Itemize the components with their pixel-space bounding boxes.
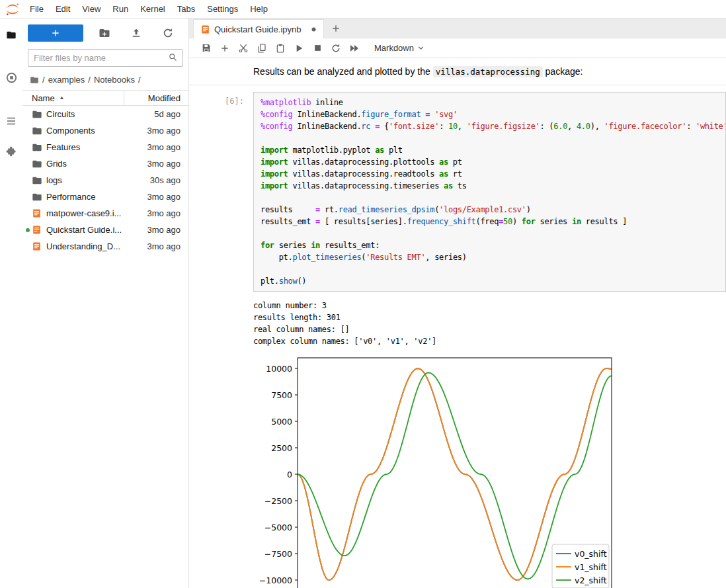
file-row[interactable]: Performance3mo ago: [22, 189, 188, 205]
svg-text:v0_shift: v0_shift: [575, 549, 607, 559]
insert-cell-button[interactable]: [216, 40, 234, 57]
menu-settings[interactable]: Settings: [201, 0, 244, 18]
file-row[interactable]: Components3mo ago: [22, 122, 188, 139]
save-button[interactable]: [197, 40, 216, 57]
file-name: logs: [46, 175, 132, 185]
refresh-icon: [162, 27, 174, 39]
menu-help[interactable]: Help: [244, 0, 274, 18]
sidebar-file-browser[interactable]: [0, 25, 22, 45]
cell-type-value: Markdown: [374, 43, 414, 53]
code-cell[interactable]: [6]: %matplotlib inline%config InlineBac…: [189, 92, 726, 292]
breadcrumb-item-notebooks[interactable]: Notebooks: [94, 75, 135, 85]
menu-items: FileEditViewRunKernelTabsSettingsHelp: [24, 0, 274, 18]
paste-cells-button[interactable]: [271, 40, 290, 57]
tab-quickstart-guide-ipynb[interactable]: Quickstart Guide.ipynb: [193, 19, 324, 38]
file-browser-toolbar: [22, 19, 188, 48]
file-row[interactable]: Circuits5d ago: [22, 106, 188, 122]
run-button[interactable]: [290, 40, 308, 57]
cell-divider: [189, 85, 726, 85]
notebook-icon: [32, 208, 42, 218]
code-line: %config InlineBackend.figure_format = 's…: [261, 108, 725, 120]
file-name: matpower-case9.i...: [46, 208, 132, 218]
folder-icon: [32, 109, 42, 120]
column-header-modified[interactable]: Modified: [124, 91, 188, 105]
search-icon: [168, 52, 178, 62]
figure-output: 0.0000.0050.0100.0150.0200.0250.030−1000…: [253, 351, 726, 588]
markdown-cell-text: Results can be analyzed and plotted by t…: [253, 63, 583, 79]
menu-kernel[interactable]: Kernel: [134, 0, 171, 18]
breadcrumb-separator: /: [88, 75, 91, 85]
menu-file[interactable]: File: [24, 0, 50, 18]
file-row[interactable]: logs30s ago: [22, 172, 188, 189]
plus-icon: [220, 43, 230, 54]
upload-button[interactable]: [126, 24, 147, 42]
menu-view[interactable]: View: [76, 0, 106, 18]
file-name: Features: [46, 142, 132, 152]
run-icon: [294, 43, 304, 54]
folder-icon: [32, 142, 42, 153]
menu-run[interactable]: Run: [106, 0, 134, 18]
breadcrumb-separator: /: [42, 75, 45, 85]
new-launcher-button[interactable]: [28, 24, 83, 42]
unsaved-changes-dot[interactable]: [311, 26, 317, 32]
file-modified: 5d ago: [132, 109, 188, 119]
svg-text:v1_shift: v1_shift: [575, 562, 607, 572]
menu-edit[interactable]: Edit: [50, 0, 76, 18]
file-browser-panel: /examples/Notebooks/ Name Modified Circu…: [22, 19, 189, 588]
cut-cells-button[interactable]: [234, 40, 253, 57]
home-folder-icon: [30, 75, 39, 85]
svg-text:7500: 7500: [271, 390, 292, 400]
paste-icon: [275, 43, 286, 54]
breadcrumb-item-examples[interactable]: examples: [48, 75, 85, 85]
file-modified: 3mo ago: [132, 159, 188, 169]
sidebar-open-tabs[interactable]: [0, 111, 22, 131]
markdown-cell[interactable]: Results can be analyzed and plotted by t…: [189, 63, 726, 79]
filter-files-input[interactable]: [28, 49, 183, 67]
code-line: [261, 263, 725, 275]
file-list: Circuits5d agoComponents3mo agoFeatures3…: [22, 106, 188, 255]
folder-icon: [32, 175, 42, 186]
notebook-content: Results can be analyzed and plotted by t…: [189, 58, 726, 588]
folder-icon: [6, 30, 17, 40]
code-editor[interactable]: %matplotlib inline%config InlineBackend.…: [253, 92, 726, 292]
code-line: plt.show(): [261, 275, 725, 287]
sidebar-extensions[interactable]: [0, 142, 22, 161]
file-row[interactable]: matpower-case9.i...3mo ago: [22, 205, 188, 222]
sort-asc-icon: [59, 95, 65, 101]
folder-icon: [32, 159, 42, 169]
folder-icon: [32, 192, 42, 202]
file-modified: 3mo ago: [132, 241, 188, 251]
file-row[interactable]: Understanding_D...3mo ago: [22, 238, 188, 255]
upload-icon: [130, 27, 142, 39]
sidebar-running-sessions[interactable]: [0, 67, 22, 87]
filter-box: [22, 48, 188, 72]
run-all-icon: [349, 43, 360, 54]
cell-type-select[interactable]: Markdown: [374, 43, 425, 53]
notebook-icon: [32, 225, 42, 235]
new-tab-button[interactable]: [327, 19, 345, 38]
menu-bar: FileEditViewRunKernelTabsSettingsHelp: [0, 0, 726, 19]
code-line: %matplotlib inline: [261, 97, 725, 108]
output-line: complex column names: ['v0', 'v1', 'v2']: [253, 335, 436, 347]
file-list-header: Name Modified: [22, 90, 188, 106]
file-row[interactable]: Grids3mo ago: [22, 155, 188, 172]
file-row[interactable]: Quickstart Guide.i...3mo ago: [22, 222, 188, 238]
copy-cells-button[interactable]: [253, 40, 271, 57]
restart-kernel-button[interactable]: [327, 40, 345, 57]
svg-text:5000: 5000: [271, 417, 292, 427]
svg-text:−5000: −5000: [264, 523, 292, 532]
output-line: results length: 301: [253, 312, 436, 323]
restart-run-all-button[interactable]: [345, 40, 364, 57]
svg-text:2500: 2500: [271, 443, 292, 453]
column-header-name[interactable]: Name: [22, 91, 124, 105]
copy-icon: [257, 43, 267, 54]
code-line: import villas.dataprocessing.plottools a…: [261, 156, 725, 168]
svg-text:v2_shift: v2_shift: [575, 575, 607, 585]
interrupt-kernel-button[interactable]: [308, 40, 327, 57]
file-row[interactable]: Features3mo ago: [22, 139, 188, 155]
new-folder-button[interactable]: [94, 24, 115, 42]
menu-tabs[interactable]: Tabs: [171, 0, 201, 18]
code-line: results_emt = [ results[series].frequenc…: [261, 216, 725, 228]
refresh-button[interactable]: [157, 24, 179, 42]
code-line: results = rt.read_timeseries_dpsim('logs…: [261, 204, 725, 216]
